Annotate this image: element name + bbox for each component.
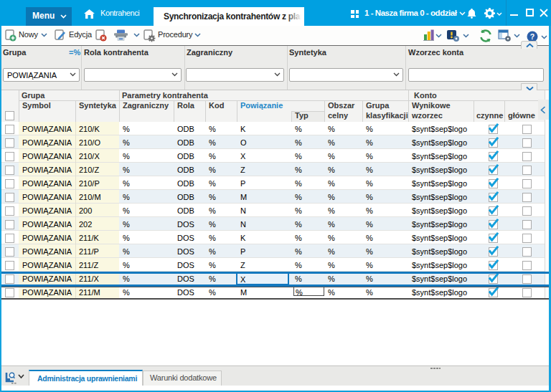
svg-text:?: ? [530, 32, 534, 41]
